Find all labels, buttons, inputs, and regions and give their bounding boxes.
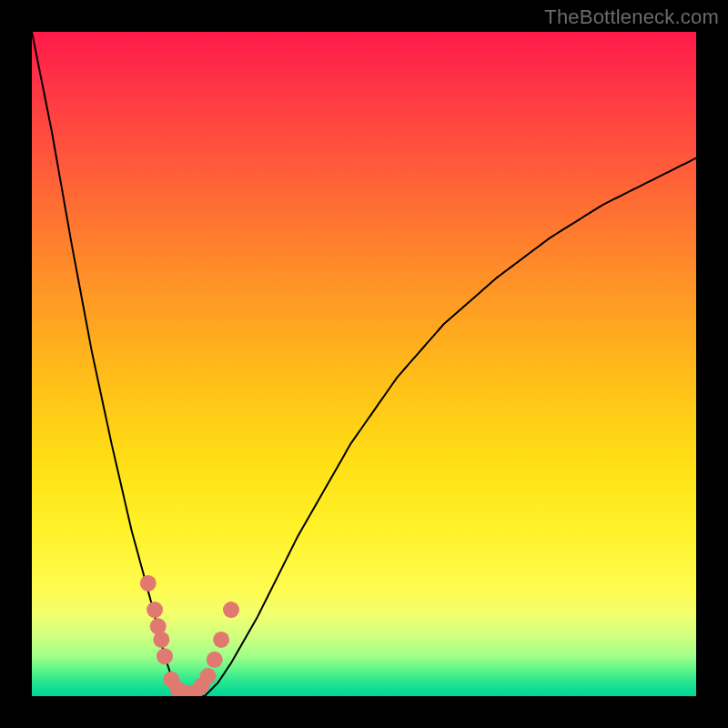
chart-container: TheBottleneck.com	[0, 0, 728, 728]
curve-marker	[157, 648, 173, 664]
plot-area	[32, 32, 696, 696]
curve-markers	[140, 575, 239, 696]
watermark-text: TheBottleneck.com	[544, 5, 719, 29]
curve-marker	[207, 652, 223, 668]
chart-svg	[32, 32, 696, 696]
curve-marker	[223, 602, 239, 618]
curve-marker	[199, 668, 216, 684]
curve-marker	[147, 602, 163, 618]
bottleneck-curve	[32, 32, 696, 696]
curve-marker	[140, 575, 157, 592]
curve-marker	[213, 632, 229, 648]
curve-marker	[153, 632, 169, 648]
